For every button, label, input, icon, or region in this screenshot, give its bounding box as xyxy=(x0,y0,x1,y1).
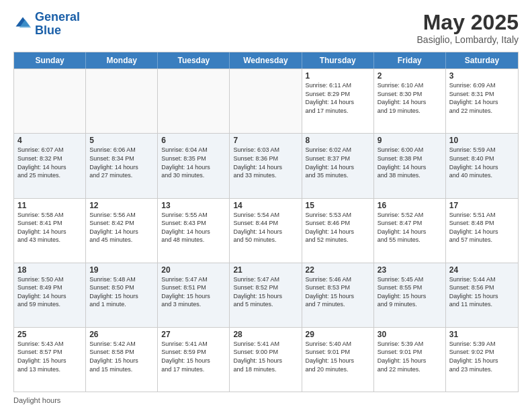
empty-cell xyxy=(230,69,302,133)
day-of-week-friday: Friday xyxy=(374,52,446,68)
day-cell-8: 8Sunrise: 6:02 AM Sunset: 8:37 PM Daylig… xyxy=(302,134,374,197)
day-number: 30 xyxy=(378,330,442,339)
day-cell-11: 11Sunrise: 5:58 AM Sunset: 8:41 PM Dayli… xyxy=(14,199,86,263)
week-row-5: 25Sunrise: 5:43 AM Sunset: 8:57 PM Dayli… xyxy=(14,327,518,392)
day-number: 10 xyxy=(449,136,515,145)
empty-cell xyxy=(14,69,86,133)
day-number: 15 xyxy=(306,201,370,210)
page: General Blue May 2025 Basiglio, Lombardy… xyxy=(0,0,532,411)
day-number: 18 xyxy=(17,265,82,275)
day-cell-27: 27Sunrise: 5:41 AM Sunset: 8:59 PM Dayli… xyxy=(158,328,230,392)
day-of-week-tuesday: Tuesday xyxy=(158,52,230,68)
day-number: 1 xyxy=(306,71,370,81)
logo-line1: General xyxy=(35,10,80,24)
day-cell-16: 16Sunrise: 5:52 AM Sunset: 8:47 PM Dayli… xyxy=(374,199,446,263)
day-cell-7: 7Sunrise: 6:03 AM Sunset: 8:36 PM Daylig… xyxy=(230,134,302,197)
day-of-week-sunday: Sunday xyxy=(14,52,86,68)
day-info: Sunrise: 5:46 AM Sunset: 8:53 PM Dayligh… xyxy=(306,275,370,309)
calendar-header: SundayMondayTuesdayWednesdayThursdayFrid… xyxy=(14,52,518,68)
day-info: Sunrise: 5:47 AM Sunset: 8:51 PM Dayligh… xyxy=(161,275,226,309)
footer: Daylight hours xyxy=(13,396,519,404)
day-info: Sunrise: 6:06 AM Sunset: 8:34 PM Dayligh… xyxy=(89,146,154,179)
day-info: Sunrise: 5:43 AM Sunset: 8:57 PM Dayligh… xyxy=(17,340,82,373)
calendar-body: 1Sunrise: 6:11 AM Sunset: 8:29 PM Daylig… xyxy=(14,68,518,392)
day-number: 24 xyxy=(449,265,515,275)
day-cell-30: 30Sunrise: 5:39 AM Sunset: 9:01 PM Dayli… xyxy=(374,328,446,392)
day-number: 20 xyxy=(161,265,226,275)
day-cell-3: 3Sunrise: 6:09 AM Sunset: 8:31 PM Daylig… xyxy=(446,69,518,133)
day-cell-6: 6Sunrise: 6:04 AM Sunset: 8:35 PM Daylig… xyxy=(158,134,230,197)
empty-cell xyxy=(86,69,158,133)
day-number: 17 xyxy=(449,201,515,210)
day-of-week-thursday: Thursday xyxy=(302,52,374,68)
day-info: Sunrise: 6:02 AM Sunset: 8:37 PM Dayligh… xyxy=(306,146,370,179)
day-number: 21 xyxy=(233,265,298,275)
day-number: 2 xyxy=(378,71,442,81)
day-cell-29: 29Sunrise: 5:40 AM Sunset: 9:01 PM Dayli… xyxy=(302,328,374,392)
day-number: 3 xyxy=(449,71,515,81)
day-info: Sunrise: 6:00 AM Sunset: 8:38 PM Dayligh… xyxy=(378,146,442,179)
day-number: 11 xyxy=(17,201,82,210)
day-info: Sunrise: 5:39 AM Sunset: 9:02 PM Dayligh… xyxy=(449,340,515,373)
day-info: Sunrise: 5:54 AM Sunset: 8:44 PM Dayligh… xyxy=(233,211,298,244)
day-cell-24: 24Sunrise: 5:44 AM Sunset: 8:56 PM Dayli… xyxy=(446,263,518,327)
day-info: Sunrise: 5:50 AM Sunset: 8:49 PM Dayligh… xyxy=(17,275,82,309)
day-cell-12: 12Sunrise: 5:56 AM Sunset: 8:42 PM Dayli… xyxy=(86,199,158,263)
calendar: SundayMondayTuesdayWednesdayThursdayFrid… xyxy=(13,52,519,392)
day-number: 14 xyxy=(233,201,298,210)
day-number: 29 xyxy=(306,330,370,339)
day-info: Sunrise: 5:41 AM Sunset: 9:00 PM Dayligh… xyxy=(233,340,298,373)
day-number: 31 xyxy=(449,330,515,339)
day-cell-2: 2Sunrise: 6:10 AM Sunset: 8:30 PM Daylig… xyxy=(374,69,446,133)
day-number: 13 xyxy=(161,201,226,210)
day-cell-9: 9Sunrise: 6:00 AM Sunset: 8:38 PM Daylig… xyxy=(374,134,446,197)
week-row-2: 4Sunrise: 6:07 AM Sunset: 8:32 PM Daylig… xyxy=(14,133,518,197)
week-row-3: 11Sunrise: 5:58 AM Sunset: 8:41 PM Dayli… xyxy=(14,198,518,263)
day-info: Sunrise: 5:42 AM Sunset: 8:58 PM Dayligh… xyxy=(89,340,154,373)
logo-line2: Blue xyxy=(35,24,61,37)
month-title: May 2025 xyxy=(417,11,519,34)
day-info: Sunrise: 5:44 AM Sunset: 8:56 PM Dayligh… xyxy=(449,275,515,309)
week-row-1: 1Sunrise: 6:11 AM Sunset: 8:29 PM Daylig… xyxy=(14,68,518,133)
day-cell-18: 18Sunrise: 5:50 AM Sunset: 8:49 PM Dayli… xyxy=(14,263,86,327)
day-number: 25 xyxy=(17,330,82,339)
day-number: 7 xyxy=(233,136,298,145)
day-number: 12 xyxy=(89,201,154,210)
day-info: Sunrise: 5:53 AM Sunset: 8:46 PM Dayligh… xyxy=(306,211,370,244)
day-cell-26: 26Sunrise: 5:42 AM Sunset: 8:58 PM Dayli… xyxy=(86,328,158,392)
day-info: Sunrise: 5:48 AM Sunset: 8:50 PM Dayligh… xyxy=(89,275,154,309)
day-number: 5 xyxy=(89,136,154,145)
empty-cell xyxy=(158,69,230,133)
day-cell-25: 25Sunrise: 5:43 AM Sunset: 8:57 PM Dayli… xyxy=(14,328,86,392)
day-info: Sunrise: 6:07 AM Sunset: 8:32 PM Dayligh… xyxy=(17,146,82,179)
day-info: Sunrise: 6:03 AM Sunset: 8:36 PM Dayligh… xyxy=(233,146,298,179)
week-row-4: 18Sunrise: 5:50 AM Sunset: 8:49 PM Dayli… xyxy=(14,263,518,327)
day-cell-28: 28Sunrise: 5:41 AM Sunset: 9:00 PM Dayli… xyxy=(230,328,302,392)
day-cell-21: 21Sunrise: 5:47 AM Sunset: 8:52 PM Dayli… xyxy=(230,263,302,327)
day-number: 28 xyxy=(233,330,298,339)
day-number: 9 xyxy=(378,136,442,145)
day-number: 23 xyxy=(378,265,442,275)
day-cell-17: 17Sunrise: 5:51 AM Sunset: 8:48 PM Dayli… xyxy=(446,199,518,263)
day-cell-19: 19Sunrise: 5:48 AM Sunset: 8:50 PM Dayli… xyxy=(86,263,158,327)
day-info: Sunrise: 6:09 AM Sunset: 8:31 PM Dayligh… xyxy=(449,81,515,115)
day-cell-13: 13Sunrise: 5:55 AM Sunset: 8:43 PM Dayli… xyxy=(158,199,230,263)
day-info: Sunrise: 5:56 AM Sunset: 8:42 PM Dayligh… xyxy=(89,211,154,244)
day-cell-10: 10Sunrise: 5:59 AM Sunset: 8:40 PM Dayli… xyxy=(446,134,518,197)
day-of-week-wednesday: Wednesday xyxy=(230,52,302,68)
day-of-week-monday: Monday xyxy=(86,52,158,68)
day-cell-23: 23Sunrise: 5:45 AM Sunset: 8:55 PM Dayli… xyxy=(374,263,446,327)
day-info: Sunrise: 6:10 AM Sunset: 8:30 PM Dayligh… xyxy=(378,81,442,115)
day-info: Sunrise: 5:59 AM Sunset: 8:40 PM Dayligh… xyxy=(449,146,515,179)
day-info: Sunrise: 6:04 AM Sunset: 8:35 PM Dayligh… xyxy=(161,146,226,179)
day-number: 8 xyxy=(306,136,370,145)
footer-text: Daylight hours xyxy=(13,396,60,404)
logo-text: General Blue xyxy=(35,11,80,38)
day-cell-31: 31Sunrise: 5:39 AM Sunset: 9:02 PM Dayli… xyxy=(446,328,518,392)
day-cell-4: 4Sunrise: 6:07 AM Sunset: 8:32 PM Daylig… xyxy=(14,134,86,197)
day-cell-1: 1Sunrise: 6:11 AM Sunset: 8:29 PM Daylig… xyxy=(302,69,374,133)
day-of-week-saturday: Saturday xyxy=(446,52,518,68)
location: Basiglio, Lombardy, Italy xyxy=(417,34,519,45)
day-info: Sunrise: 5:47 AM Sunset: 8:52 PM Dayligh… xyxy=(233,275,298,309)
header: General Blue May 2025 Basiglio, Lombardy… xyxy=(13,11,519,45)
